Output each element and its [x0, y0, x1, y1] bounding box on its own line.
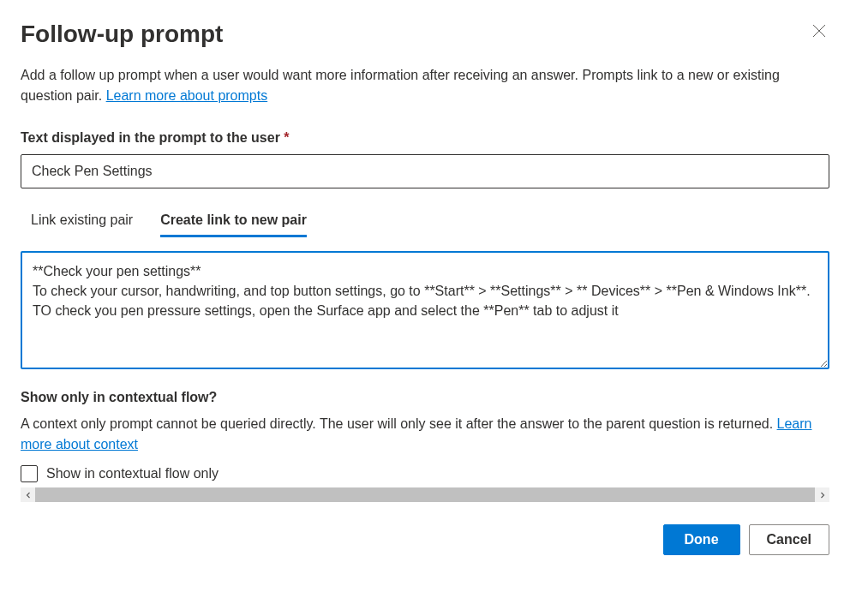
contextual-desc-text: A context only prompt cannot be queried …: [21, 416, 777, 431]
dialog-description: Add a follow up prompt when a user would…: [21, 65, 829, 106]
tab-create-new[interactable]: Create link to new pair: [160, 206, 307, 237]
answer-textarea[interactable]: [21, 251, 829, 369]
display-text-label: Text displayed in the prompt to the user…: [21, 130, 829, 146]
dialog-title: Follow-up prompt: [21, 21, 223, 48]
learn-more-prompts-link[interactable]: Learn more about prompts: [106, 88, 268, 103]
scroll-right-arrow[interactable]: [815, 487, 829, 502]
cancel-button[interactable]: Cancel: [749, 524, 829, 555]
close-icon: [812, 24, 826, 38]
display-text-label-text: Text displayed in the prompt to the user: [21, 130, 280, 145]
dialog-footer: Done Cancel: [21, 524, 829, 555]
horizontal-scrollbar[interactable]: [21, 487, 829, 502]
contextual-checkbox-label: Show in contextual flow only: [46, 466, 218, 481]
tab-list: Link existing pair Create link to new pa…: [21, 206, 829, 237]
required-asterisk: *: [284, 130, 289, 145]
chevron-right-icon: [819, 492, 826, 499]
display-text-input[interactable]: [21, 154, 829, 188]
tab-link-existing[interactable]: Link existing pair: [31, 206, 133, 237]
contextual-checkbox[interactable]: [21, 465, 38, 482]
close-button[interactable]: [809, 21, 829, 44]
done-button[interactable]: Done: [663, 524, 740, 555]
chevron-left-icon: [25, 492, 32, 499]
scroll-left-arrow[interactable]: [21, 487, 35, 502]
contextual-description: A context only prompt cannot be queried …: [21, 414, 829, 455]
contextual-heading: Show only in contextual flow?: [21, 390, 829, 405]
